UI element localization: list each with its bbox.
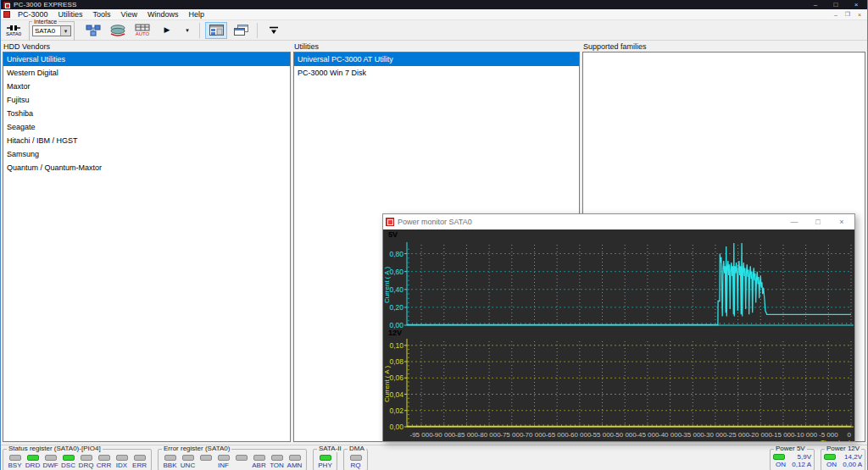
RQ-led-indicator [350, 455, 362, 461]
minimize-button[interactable]: – [807, 0, 824, 9]
power-monitor-window[interactable]: Power monitor SATA0 — □ × 5V 0,800,600,4… [382, 213, 855, 442]
list-item[interactable]: Fujitsu [3, 93, 290, 107]
drive-resources-button[interactable] [107, 22, 129, 39]
svg-text:-85 000: -85 000 [455, 431, 479, 439]
AMN-led-indicator [289, 455, 301, 461]
list-item[interactable]: Seagate [3, 120, 290, 134]
led-cell: BBK [162, 455, 178, 469]
svg-text:-70 000: -70 000 [523, 431, 547, 439]
sata-port-button[interactable]: SATA0 [3, 22, 25, 39]
list-item[interactable]: Toshiba [3, 107, 290, 120]
svg-text:-95 000: -95 000 [410, 431, 434, 439]
start-utility-button[interactable]: ▶ [156, 22, 178, 39]
hdd-vendors-list[interactable]: Universal UtilitiesWestern DigitalMaxtor… [3, 52, 291, 442]
power-maximize-button[interactable]: □ [808, 214, 828, 229]
led-label: DSC [61, 462, 75, 469]
power-12v-led [824, 454, 836, 460]
interface-select[interactable]: SATA0 ▾ [32, 25, 71, 36]
disk-stack-icon [109, 24, 126, 36]
unlabeled-led-indicator [236, 455, 248, 461]
led-cell: CRR [96, 455, 112, 469]
chart-12v-title: 12V [388, 329, 402, 337]
tile-windows-button[interactable] [205, 22, 227, 39]
mdi-minimize-button[interactable]: – [830, 12, 842, 18]
group-label: DMA [348, 445, 366, 452]
led-label: BSY [8, 462, 21, 469]
window-layout-icon [209, 25, 224, 36]
status-bar: Status register (SATA0)-[PIO4]BSYDRDDWFD… [1, 445, 867, 470]
chevron-down-icon[interactable]: ▾ [60, 26, 70, 36]
led-label: INF [218, 462, 229, 469]
group-label: SATA-II [317, 445, 343, 452]
power-monitor-title: Power monitor SATA0 [398, 218, 781, 226]
power-5v-panel: Power 5V 5,9V ON 0,12 A [770, 449, 815, 470]
interface-select-value: SATA0 [33, 27, 60, 35]
interface-label: Interface [32, 19, 58, 25]
power-12v-panel: Power 12V 14,2V ON 0,00 A [821, 449, 865, 470]
maximize-button[interactable]: □ [827, 0, 844, 9]
power-5v-led [773, 454, 785, 460]
menu-tools[interactable]: Tools [88, 9, 116, 19]
list-item[interactable]: Western Digital [3, 66, 290, 80]
led-cell: DRD [25, 455, 41, 469]
power-monitor-app-icon [386, 218, 394, 226]
svg-text:-5 000: -5 000 [819, 431, 838, 439]
list-item[interactable]: PC-3000 Win 7 Disk [294, 66, 579, 80]
led-cell: DSC [60, 455, 76, 469]
menu-help[interactable]: Help [183, 9, 209, 19]
led-cell: PHY [317, 455, 333, 469]
svg-text:-90 000: -90 000 [432, 431, 456, 439]
menu-bar: PC-3000UtilitiesToolsViewWindowsHelp – ❐… [1, 9, 867, 20]
svg-text:0,04: 0,04 [389, 390, 403, 399]
topology-button[interactable] [82, 22, 104, 39]
svg-text:-20 000: -20 000 [749, 431, 773, 439]
menu-windows[interactable]: Windows [142, 9, 184, 19]
led-cell: IDX [114, 455, 130, 469]
svg-text:0,06: 0,06 [389, 373, 403, 382]
BSY-led-indicator [9, 455, 21, 461]
svg-text:-35 000: -35 000 [682, 431, 705, 439]
power-12v-label: Power 12V [825, 445, 861, 452]
list-item[interactable]: Universal PC-3000 AT Utility [294, 53, 579, 66]
IDX-led-indicator [116, 455, 128, 461]
auto-detect-button[interactable]: AUTO [131, 22, 153, 39]
toolbar-separator [199, 23, 200, 38]
DRD-led-indicator [27, 455, 39, 461]
mdi-close-button[interactable]: × [854, 12, 865, 18]
menu-view[interactable]: View [116, 9, 142, 19]
svg-text:-60 000: -60 000 [568, 431, 592, 439]
power-12v-state: ON [824, 462, 839, 468]
power-5v-label: Power 5V [774, 445, 807, 452]
group-label: Error register (SATA0) [162, 445, 231, 452]
collapse-all-button[interactable] [263, 22, 285, 39]
list-item[interactable]: Maxtor [3, 80, 290, 93]
BBK-led-indicator [164, 455, 176, 461]
close-button[interactable]: × [848, 0, 865, 9]
UNC-led-indicator [182, 455, 194, 461]
power-minimize-button[interactable]: — [784, 214, 804, 229]
window-title: PC-3000 EXPRESS [14, 0, 804, 9]
supported-families-header: Supported families [582, 42, 865, 52]
led-label: IDX [116, 462, 127, 469]
play-icon: ▶ [164, 26, 170, 34]
INF-led-indicator [218, 455, 230, 461]
mdi-restore-button[interactable]: ❐ [842, 11, 854, 18]
statusbar-group: SATA-IIPHY [313, 449, 337, 470]
led-label: UNC [181, 462, 195, 469]
led-label: TON [270, 462, 284, 469]
led-label: PHY [318, 462, 331, 469]
svg-text:0,60: 0,60 [389, 268, 403, 276]
led-cell: DRQ [78, 455, 94, 469]
power-monitor-titlebar[interactable]: Power monitor SATA0 — □ × [383, 214, 854, 229]
list-item[interactable]: Universal Utilities [3, 53, 290, 66]
led-label: AMN [287, 462, 303, 469]
led-cell: UNC [180, 455, 196, 469]
cascade-windows-button[interactable] [230, 22, 252, 39]
led-label: BBK [163, 462, 176, 469]
start-utility-dropdown[interactable]: ▾ [181, 22, 194, 39]
list-item[interactable]: Quantum / Quantum-Maxtor [3, 161, 290, 174]
list-item[interactable]: Hitachi / IBM / HGST [3, 134, 290, 147]
power-close-button[interactable]: × [832, 214, 852, 229]
svg-text:-45 000: -45 000 [636, 431, 659, 439]
list-item[interactable]: Samsung [3, 147, 290, 161]
